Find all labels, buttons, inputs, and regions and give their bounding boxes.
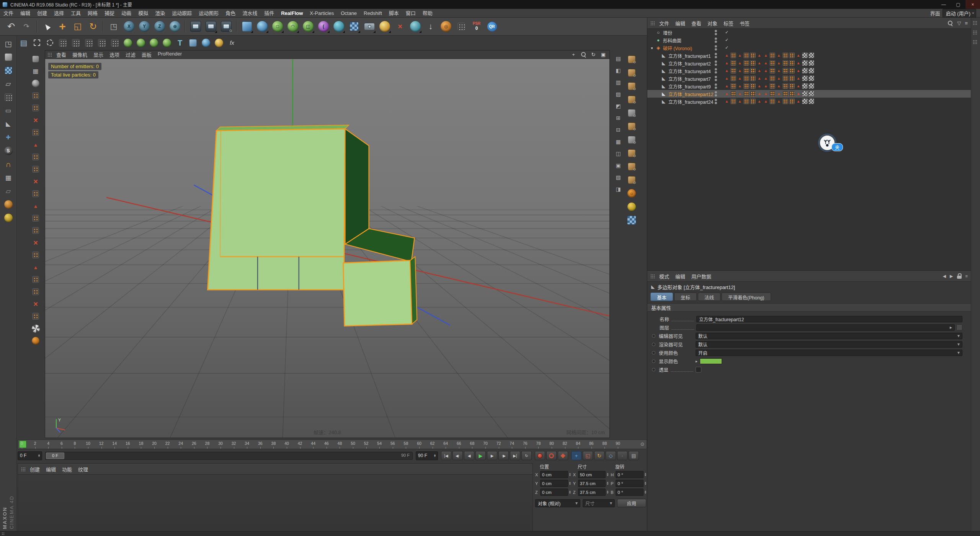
visibility-dot-render[interactable] [715, 94, 717, 96]
visibility-dot-editor[interactable] [715, 45, 717, 47]
tick-tag-icon[interactable]: ✓ [724, 37, 730, 43]
polygons-mode-button[interactable]: ◣ [2, 118, 15, 130]
undo-button[interactable]: ↶ [4, 19, 18, 34]
panel-grip-icon[interactable] [650, 21, 655, 25]
menu-动画[interactable]: 动画 [118, 9, 135, 17]
mesh-tool-knife-button[interactable] [148, 37, 160, 49]
layer-browse-button[interactable] [956, 324, 962, 330]
dots-tag-icon[interactable] [750, 98, 756, 104]
visibility-dot-editor[interactable] [715, 53, 717, 55]
dots-tag-icon[interactable] [769, 60, 775, 66]
coord-input[interactable]: 37.5 cm [578, 489, 606, 496]
viewport-menu-ProRender[interactable]: ProRender [155, 51, 185, 58]
visibility-dots[interactable] [715, 30, 717, 35]
last-used-tool-button[interactable]: ◳ [106, 19, 121, 34]
menu-Redshift[interactable]: Redshift [360, 9, 385, 17]
dock-handle-icon[interactable] [973, 21, 977, 25]
xpresso-editor-button[interactable]: × [393, 19, 407, 34]
dots-tag-icon[interactable] [750, 68, 756, 74]
dock-tool-2-button[interactable]: ◧ [612, 65, 624, 76]
emitter-grid-4-button[interactable] [96, 37, 108, 49]
viewport-scene[interactable]: Number of emitters: 0 Total live particl… [45, 59, 609, 438]
daemon-icon-18-button[interactable]: × [30, 299, 41, 309]
visibility-dot-editor[interactable] [715, 99, 717, 101]
dock-object-9-button[interactable]: ☼ [626, 160, 638, 173]
daemon-icon-13-button[interactable]: × [30, 237, 41, 248]
menu-插件[interactable]: 插件 [261, 9, 278, 17]
animation-dot[interactable] [652, 368, 655, 371]
tri-tag-icon[interactable]: ▲ [776, 68, 782, 74]
visibility-dot-editor[interactable] [715, 30, 717, 32]
dots-tag-icon[interactable] [750, 60, 756, 66]
tri-tag-icon[interactable]: ▲ [737, 83, 743, 89]
dock-handle-icon[interactable] [973, 30, 977, 34]
visibility-dot-render[interactable] [715, 64, 717, 66]
dock-object-7-button[interactable]: ☼ [626, 134, 638, 146]
visibility-dots[interactable] [715, 38, 717, 43]
viewport-toggle-icon[interactable]: ▣ [599, 51, 607, 58]
viewport-menu-选项[interactable]: 选项 [106, 51, 122, 58]
mesh-tool-smooth-button[interactable] [161, 37, 173, 49]
tri-tag-icon[interactable]: ▲ [763, 83, 769, 89]
field-select-渲染器可见[interactable]: 默认▾ [696, 341, 962, 348]
tri-tag-icon[interactable]: ▲ [795, 60, 801, 66]
om-menu-文件[interactable]: 文件 [656, 20, 672, 27]
check-tag-icon[interactable] [802, 91, 808, 96]
panel-grip-icon[interactable] [21, 467, 25, 471]
dock-tool-5-button[interactable]: ◩ [612, 101, 624, 111]
goto-start-button[interactable]: |◀ [441, 451, 451, 460]
dots-tag-icon[interactable] [782, 75, 788, 81]
dock-tool-1-button[interactable]: ▤ [612, 53, 624, 64]
material-list-area[interactable] [18, 475, 532, 536]
mat-menu-编辑[interactable]: 编辑 [43, 466, 59, 473]
lock-y-axis-button[interactable]: Y [137, 19, 152, 34]
text-tool-button[interactable]: T [174, 37, 186, 49]
dots-tag-icon[interactable] [782, 98, 788, 104]
mograph-cloner-button[interactable] [408, 19, 423, 34]
stepper[interactable]: ▴▾ [607, 473, 608, 477]
om-menu-标签[interactable]: 标签 [720, 20, 737, 27]
script-shelf-button[interactable] [2, 212, 15, 224]
object-row[interactable]: ◣立方体_fracturepart4▲▲▲▲▲▲ [647, 67, 971, 75]
dots-tag-icon[interactable] [730, 75, 736, 81]
check-tag-icon[interactable] [802, 68, 808, 74]
dock-tool-6-button[interactable]: ⊞ [612, 113, 624, 123]
object-row[interactable]: ▾◈破碎 (Voronoi)✓ [647, 44, 971, 52]
viewport-pan-icon[interactable]: + [570, 51, 577, 58]
live-selection-button[interactable] [40, 19, 54, 34]
am-menu-用户数据[interactable]: 用户数据 [688, 273, 714, 280]
dots-tag-icon[interactable] [782, 68, 788, 74]
visibility-dots[interactable] [715, 99, 717, 104]
close-button[interactable]: × [965, 0, 980, 9]
tri-tag-icon[interactable]: ▲ [737, 75, 743, 81]
dots-tag-icon[interactable] [769, 75, 775, 81]
tri-tag-icon[interactable]: ▲ [737, 52, 743, 58]
om-menu-书签[interactable]: 书签 [737, 20, 753, 27]
add-subdivision-surface-button[interactable]: □ [270, 19, 285, 34]
lock-z-axis-button[interactable]: Z [152, 19, 167, 34]
record-pla-button[interactable]: ∙ [617, 451, 627, 460]
psr-reset-button[interactable]: PSR0 [469, 19, 484, 34]
am-menu-编辑[interactable]: 编辑 [672, 273, 688, 280]
visibility-dot-render[interactable] [715, 87, 717, 89]
tri-tag-icon[interactable]: ▲ [776, 83, 782, 89]
particle-emitter-button[interactable] [454, 19, 469, 34]
tab-平滑着色(Phong)[interactable]: 平滑着色(Phong) [722, 293, 771, 301]
end-frame-stepper[interactable]: ▴▾ [434, 454, 436, 458]
object-row[interactable]: ◣立方体_fracturepart9▲▲▲▲▲▲ [647, 82, 971, 90]
slider-handle[interactable]: 0 F [46, 453, 64, 459]
viewport-rotate-icon[interactable]: ↻ [590, 51, 597, 58]
dots-tag-icon[interactable] [789, 98, 795, 104]
tri-tag-icon[interactable]: ▲ [756, 68, 762, 74]
tri-tag-icon[interactable]: ▲ [795, 52, 801, 58]
dots-tag-icon[interactable] [743, 83, 749, 89]
tri-tag-icon[interactable]: ▲ [756, 98, 762, 104]
dock-object-6-button[interactable]: ☼ [626, 120, 638, 132]
dots-tag-icon[interactable] [730, 83, 736, 89]
move-tool-button[interactable]: + [55, 19, 70, 34]
daemon-icon-5-button[interactable]: ▲ [30, 139, 41, 150]
record-parameter-button[interactable]: ◇ [606, 451, 616, 460]
stepper[interactable]: ▴▾ [645, 490, 646, 494]
coord-input[interactable]: 0 ° [616, 480, 644, 487]
visibility-dots[interactable] [715, 53, 717, 58]
